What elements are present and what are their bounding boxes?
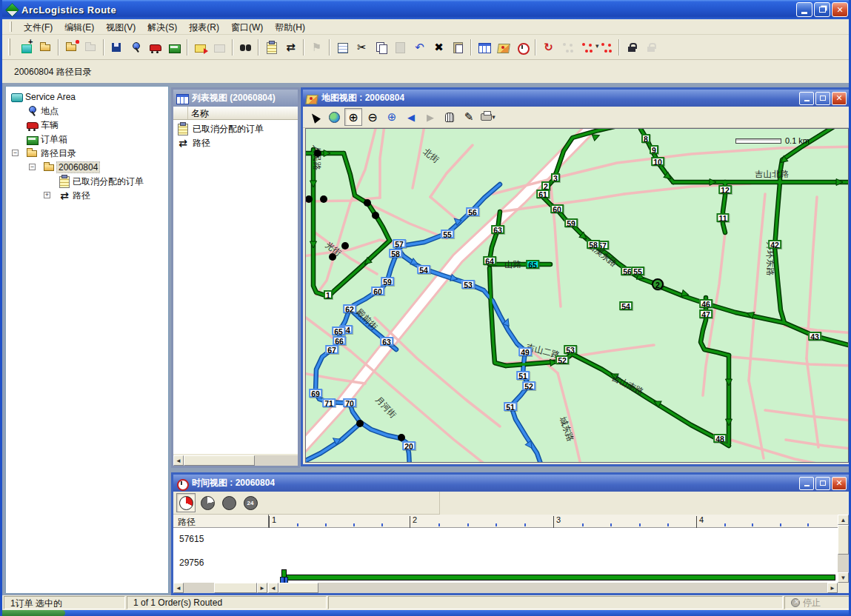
time-left-scrollbar[interactable]: ◄► bbox=[173, 583, 267, 593]
time-route-column-header[interactable]: 路径 bbox=[178, 516, 196, 529]
new-folder-button[interactable] bbox=[62, 38, 81, 56]
map-stop-marker[interactable]: 66 bbox=[333, 336, 346, 345]
map-stop-marker[interactable]: 54 bbox=[417, 265, 430, 274]
map-stop-marker[interactable]: 53 bbox=[461, 280, 475, 289]
tree-item-[interactable]: ⇄路径 bbox=[58, 189, 92, 202]
close-button[interactable]: ✕ bbox=[832, 2, 848, 17]
tree-item-[interactable]: 已取消分配的订单 bbox=[58, 175, 145, 188]
route-row-label[interactable]: 29756 bbox=[179, 558, 204, 568]
menu-h-item[interactable]: 帮助(H) bbox=[269, 21, 311, 34]
menubar-grip[interactable] bbox=[10, 21, 12, 32]
save-button[interactable] bbox=[107, 38, 126, 56]
map-stop-marker[interactable]: 65 bbox=[332, 327, 345, 335]
zoom-in-tool[interactable]: ⊕ bbox=[344, 108, 362, 126]
map-stop-marker[interactable]: 60 bbox=[371, 287, 384, 295]
time-vertical-scrollbar[interactable]: ▲▼ bbox=[838, 515, 849, 583]
find-button[interactable] bbox=[236, 38, 255, 56]
menu-v-item[interactable]: 视图(V) bbox=[100, 21, 141, 34]
tree-item-[interactable]: 车辆 bbox=[26, 118, 60, 132]
paste-button[interactable] bbox=[391, 38, 410, 56]
map-close-button[interactable]: ✕ bbox=[832, 92, 847, 105]
menu-w-item[interactable]: 窗口(W) bbox=[225, 21, 269, 34]
unassigned-stop-dot[interactable] bbox=[372, 212, 379, 219]
tree-item-[interactable]: 地点 bbox=[26, 104, 60, 118]
time-view-titlebar[interactable]: 时间视图 : 20060804 ✕ bbox=[173, 475, 849, 492]
unassigned-stop-dot[interactable] bbox=[364, 199, 371, 207]
time-maximize-button[interactable] bbox=[815, 477, 830, 490]
map-stop-marker[interactable]: 62 bbox=[343, 304, 356, 313]
locations-button[interactable] bbox=[127, 38, 145, 56]
start-button[interactable] bbox=[0, 610, 65, 616]
pan-tool[interactable] bbox=[441, 108, 458, 126]
delete-button[interactable]: ✖ bbox=[430, 38, 448, 56]
unassigned-stop-dot[interactable] bbox=[329, 253, 336, 261]
map-stop-marker[interactable]: 61 bbox=[536, 190, 550, 198]
scale-24-hours-button[interactable]: 24 bbox=[241, 493, 260, 512]
restore-button[interactable] bbox=[814, 2, 830, 17]
menu-r-item[interactable]: 报表(R) bbox=[183, 21, 225, 34]
map-stop-marker[interactable]: 65 bbox=[526, 260, 539, 269]
tree-expander-collapse[interactable]: − bbox=[12, 150, 19, 156]
toolbar-grip[interactable] bbox=[8, 38, 10, 56]
map-stop-marker[interactable]: 43 bbox=[808, 332, 821, 341]
list-horizontal-scrollbar[interactable]: ◄ bbox=[173, 455, 298, 466]
map-stop-marker[interactable]: 59 bbox=[564, 218, 578, 227]
map-stop-marker[interactable]: 64 bbox=[483, 256, 496, 265]
stop-button[interactable]: 停止 bbox=[784, 596, 850, 609]
tree-item-20060804[interactable]: 20060804 bbox=[43, 161, 100, 174]
map-stop-marker[interactable]: 3 bbox=[551, 173, 560, 182]
map-stop-marker[interactable]: 46 bbox=[699, 299, 712, 308]
open-button[interactable] bbox=[36, 38, 55, 56]
map-stop-marker[interactable]: 55 bbox=[441, 230, 454, 238]
tree-expander-collapse[interactable]: − bbox=[29, 164, 36, 170]
map-stop-marker[interactable]: 69 bbox=[309, 389, 322, 398]
zoom-full-extent-tool[interactable] bbox=[325, 108, 343, 126]
copy-button[interactable] bbox=[372, 38, 390, 56]
menu-s-item[interactable]: 解决(S) bbox=[141, 21, 183, 34]
map-stop-marker[interactable]: 52 bbox=[522, 381, 535, 390]
properties-button[interactable] bbox=[333, 38, 352, 56]
map-stop-marker[interactable]: 70 bbox=[343, 398, 356, 407]
map-stop-marker[interactable]: 51 bbox=[504, 402, 517, 411]
map-stop-marker[interactable]: 49 bbox=[518, 347, 532, 356]
menu-e-item[interactable]: 编辑(E) bbox=[59, 21, 100, 34]
unassigned-stop-dot[interactable] bbox=[305, 195, 313, 203]
map-stop-marker[interactable]: 52 bbox=[555, 355, 569, 364]
map-stop-marker[interactable]: 1 bbox=[324, 290, 333, 299]
map-stop-marker[interactable]: 54 bbox=[619, 301, 633, 310]
taskbar[interactable] bbox=[0, 610, 851, 616]
route-gantt-bar[interactable] bbox=[286, 575, 835, 580]
unassigned-stop-dot[interactable] bbox=[314, 150, 321, 157]
map-maximize-button[interactable] bbox=[815, 92, 830, 105]
map-stop-marker[interactable]: 11 bbox=[716, 213, 729, 222]
map-stop-marker[interactable]: 12 bbox=[718, 185, 732, 194]
map-stop-marker[interactable]: 20 bbox=[402, 441, 416, 450]
unlock-button[interactable] bbox=[642, 38, 661, 56]
cut-button[interactable]: ✂ bbox=[353, 38, 371, 56]
draw-tool[interactable]: ✎ bbox=[460, 108, 478, 126]
map-stop-marker[interactable]: 71 bbox=[322, 398, 336, 407]
unassigned-stop-dot[interactable] bbox=[356, 420, 364, 427]
time-view-button[interactable] bbox=[513, 38, 532, 56]
paste-special-button[interactable] bbox=[449, 38, 467, 56]
map-stop-marker[interactable]: 10 bbox=[651, 157, 664, 166]
unassigned-stop-dot[interactable] bbox=[398, 434, 405, 441]
list-column-name[interactable]: 名称 bbox=[188, 107, 212, 119]
map-stop-marker[interactable]: 8 bbox=[641, 134, 650, 143]
forward-tool[interactable]: ▶ bbox=[421, 108, 439, 126]
list-row[interactable]: 已取消分配的订单 bbox=[173, 122, 264, 135]
time-minimize-button[interactable] bbox=[799, 477, 814, 490]
time-axis-scrollbar[interactable]: ◄► bbox=[268, 583, 838, 593]
order-box-button[interactable] bbox=[165, 38, 184, 56]
print-tool[interactable]: ▾ bbox=[479, 108, 497, 126]
tree-item-ServiceArea[interactable]: Service Area bbox=[10, 90, 77, 104]
map-stop-marker[interactable]: 63 bbox=[380, 337, 393, 346]
map-stop-marker[interactable]: 42 bbox=[768, 240, 781, 249]
route-row-label[interactable]: 57615 bbox=[179, 534, 204, 544]
import-orders-button[interactable] bbox=[191, 38, 210, 56]
map-stop-marker[interactable]: 51 bbox=[516, 371, 530, 380]
list-column-blank[interactable] bbox=[173, 107, 188, 119]
unassigned-stop-dot[interactable] bbox=[341, 242, 349, 250]
list-row[interactable]: ⇄路径 bbox=[173, 136, 210, 150]
map-stop-marker[interactable]: 9 bbox=[650, 145, 658, 154]
